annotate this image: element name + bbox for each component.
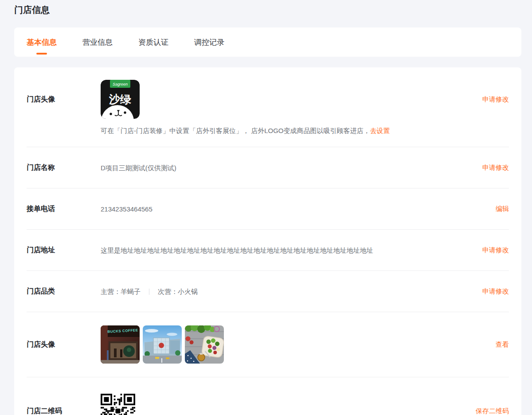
store-photos-label: 门店头像 (27, 340, 101, 349)
store-category-row: 门店品类 主营：羊蝎子次营：小火锅 申请修改 (27, 271, 509, 312)
mall-photo[interactable] (143, 325, 182, 364)
page-title: 门店信息 (14, 4, 532, 16)
tab-bar: 基本信息 营业信息 资质认证 调控记录 (14, 27, 521, 57)
primary-category: 主营：羊蝎子 (101, 288, 141, 295)
tab-basic-info-label: 基本信息 (27, 37, 57, 47)
tab-qualification[interactable]: 资质认证 (138, 27, 168, 57)
sagreen-bear-logo: Sagreen 沙绿 (101, 80, 140, 119)
tab-business-info[interactable]: 营业信息 (82, 27, 113, 57)
tab-regulation-record[interactable]: 调控记录 (194, 27, 224, 57)
salad-photo[interactable] (185, 325, 224, 364)
logo-brand-text: Sagreen (113, 82, 128, 86)
apply-modify-category-link[interactable]: 申请修改 (482, 287, 509, 296)
qr-code (101, 394, 135, 415)
store-avatar-label: 门店头像 (27, 80, 101, 119)
order-phone-label: 接单电话 (27, 204, 101, 214)
logo-name-text: 沙绿 (109, 93, 131, 106)
save-qrcode-link[interactable]: 保存二维码 (476, 394, 509, 415)
store-qrcode-label: 门店二维码 (27, 394, 101, 415)
view-photos-link[interactable]: 查看 (496, 341, 509, 349)
category-divider (149, 289, 149, 295)
order-phone-value: 21342353464565 (101, 204, 496, 214)
store-qrcode-row: 门店二维码 保存二维码 (27, 377, 509, 415)
store-address-label: 门店地址 (27, 246, 101, 255)
store-avatar-row: 门店头像 Sagreen 沙绿 (27, 67, 509, 147)
goto-setting-link[interactable]: 去设置 (370, 127, 390, 134)
apply-modify-address-link[interactable]: 申请修改 (482, 246, 509, 254)
secondary-category: 次营：小火锅 (158, 288, 198, 295)
tab-regulation-record-label: 调控记录 (194, 37, 224, 47)
tab-qualification-label: 资质认证 (138, 37, 168, 47)
storefront-photo[interactable]: BUCKS COFFEE (101, 325, 140, 364)
store-name-value: D项目三期测试(仅供测试) (101, 163, 482, 172)
store-name-row: 门店名称 D项目三期测试(仅供测试) 申请修改 (27, 147, 509, 188)
store-name-label: 门店名称 (27, 163, 101, 172)
store-photos-row: 门店头像 BUCKS COFFEE (27, 312, 509, 377)
tab-business-info-label: 营业信息 (82, 37, 113, 47)
order-phone-row: 接单电话 21342353464565 编辑 (27, 188, 509, 230)
qr-code-box (101, 394, 476, 415)
apply-modify-avatar-link[interactable]: 申请修改 (482, 80, 509, 119)
edit-phone-link[interactable]: 编辑 (496, 205, 509, 213)
store-photos-strip: BUCKS COFFEE (101, 325, 496, 364)
tab-basic-info[interactable]: 基本信息 (27, 27, 57, 57)
store-category-label: 门店品类 (27, 287, 101, 296)
avatar-hint-text: 可在「门店-门店装修」中设置「店外引客展位」， 店外LOGO变成商品图以吸引顾客… (101, 126, 482, 135)
active-tab-indicator (36, 53, 47, 55)
store-address-value: 这里是地址地址地址地址地址地址地址地址地址地址地址地址地址地址地址地址地址地址地… (101, 246, 482, 255)
store-address-row: 门店地址 这里是地址地址地址地址地址地址地址地址地址地址地址地址地址地址地址地址… (27, 230, 509, 271)
store-info-card: 门店头像 Sagreen 沙绿 (14, 67, 521, 415)
apply-modify-name-link[interactable]: 申请修改 (482, 164, 509, 172)
avatar-hint-body: 可在「门店-门店装修」中设置「店外引客展位」， 店外LOGO变成商品图以吸引顾客… (101, 127, 370, 134)
store-category-value: 主营：羊蝎子次营：小火锅 (101, 287, 482, 296)
store-logo-image: Sagreen 沙绿 (101, 80, 140, 119)
